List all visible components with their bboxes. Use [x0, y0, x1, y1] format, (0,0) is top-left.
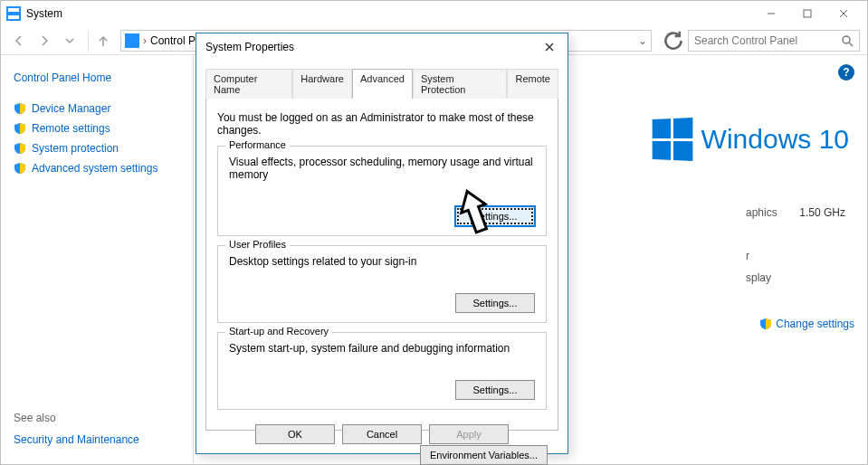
system-specs: aphics 1.50 GHz r splay — [746, 202, 845, 289]
sidebar-item-label: Advanced system settings — [32, 162, 157, 175]
environment-variables-button[interactable]: Environment Variables... — [420, 445, 548, 465]
ok-button[interactable]: OK — [255, 424, 335, 444]
windows-10-brand: Windows 10 — [651, 119, 849, 160]
performance-settings-button[interactable]: Settings... — [455, 206, 535, 226]
window-title: System — [26, 7, 62, 20]
sidebar-advanced-system-settings[interactable]: Advanced system settings — [14, 162, 180, 175]
minimize-button[interactable] — [753, 3, 789, 24]
admin-required-text: You must be logged on as an Administrato… — [217, 111, 547, 137]
shield-icon — [14, 122, 26, 135]
spec-display-label: splay — [746, 267, 796, 289]
sidebar-system-protection[interactable]: System protection — [14, 142, 180, 155]
apply-button[interactable]: Apply — [429, 424, 509, 444]
svg-rect-1 — [804, 10, 811, 17]
startup-legend: Start-up and Recovery — [225, 326, 332, 337]
sidebar-remote-settings[interactable]: Remote settings — [14, 122, 180, 135]
windows-logo-icon — [652, 118, 692, 161]
user-profiles-desc: Desktop settings related to your sign-in — [229, 255, 535, 268]
close-button[interactable] — [825, 3, 862, 24]
see-also-heading: See also — [14, 412, 56, 424]
forward-button[interactable] — [33, 30, 55, 52]
system-properties-dialog: System Properties Computer Name Hardware… — [196, 33, 568, 454]
control-panel-home-link[interactable]: Control Panel Home — [14, 71, 180, 84]
cancel-button[interactable]: Cancel — [342, 424, 422, 444]
tab-remote[interactable]: Remote — [507, 69, 558, 99]
sidebar-item-label: Device Manager — [32, 102, 110, 115]
tab-system-protection[interactable]: System Protection — [413, 69, 508, 99]
chevron-right-icon: › — [143, 34, 147, 47]
shield-icon — [14, 162, 26, 175]
svg-line-6 — [849, 43, 853, 46]
performance-legend: Performance — [225, 139, 290, 150]
system-icon — [6, 6, 21, 21]
sidebar-device-manager[interactable]: Device Manager — [14, 102, 180, 115]
change-settings-label: Change settings — [776, 318, 854, 330]
tab-hardware[interactable]: Hardware — [292, 69, 352, 99]
tab-advanced[interactable]: Advanced — [352, 69, 413, 99]
search-input[interactable]: Search Control Panel — [688, 30, 860, 52]
shield-icon — [14, 102, 26, 115]
maximize-button[interactable] — [789, 3, 825, 24]
windows-10-label: Windows 10 — [701, 124, 849, 155]
tab-computer-name[interactable]: Computer Name — [205, 69, 292, 99]
up-button[interactable] — [88, 30, 110, 52]
startup-recovery-group: Start-up and Recovery System start-up, s… — [217, 332, 547, 410]
user-profiles-legend: User Profiles — [225, 239, 290, 250]
search-placeholder: Search Control Panel — [694, 34, 797, 47]
startup-desc: System start-up, system failure and debu… — [229, 342, 535, 355]
dialog-close-button[interactable] — [540, 38, 558, 56]
refresh-button[interactable] — [663, 30, 684, 52]
user-profiles-settings-button[interactable]: Settings... — [455, 293, 535, 313]
spec-graphics-label: aphics — [746, 202, 796, 223]
dialog-titlebar: System Properties — [196, 33, 568, 61]
change-settings-link[interactable]: Change settings — [759, 318, 854, 330]
chevron-down-icon[interactable]: ⌄ — [638, 34, 647, 47]
window-buttons — [753, 3, 862, 24]
spec-processor-label: r — [746, 245, 796, 267]
tab-panel-advanced: You must be logged on as an Administrato… — [205, 98, 558, 431]
recent-dropdown[interactable] — [59, 30, 81, 52]
search-icon — [841, 34, 854, 47]
titlebar: System — [1, 1, 867, 26]
sidebar: Control Panel Home Device Manager Remote… — [1, 55, 193, 464]
dialog-title: System Properties — [205, 41, 540, 53]
svg-point-5 — [843, 36, 850, 43]
user-profiles-group: User Profiles Desktop settings related t… — [217, 245, 547, 323]
dialog-button-row: OK Cancel Apply — [196, 424, 568, 444]
performance-desc: Visual effects, processor scheduling, me… — [229, 156, 535, 181]
performance-group: Performance Visual effects, processor sc… — [217, 146, 547, 236]
sidebar-item-label: System protection — [32, 142, 119, 155]
shield-icon — [759, 318, 772, 330]
shield-icon — [14, 142, 26, 155]
security-maintenance-link[interactable]: Security and Maintenance — [14, 433, 139, 446]
breadcrumb-icon — [125, 33, 139, 48]
help-icon[interactable]: ? — [838, 64, 854, 81]
back-button[interactable] — [8, 30, 30, 52]
sidebar-item-label: Remote settings — [32, 122, 110, 135]
dialog-tabs: Computer Name Hardware Advanced System P… — [196, 61, 568, 98]
startup-settings-button[interactable]: Settings... — [455, 380, 535, 400]
spec-graphics-value: 1.50 GHz — [799, 206, 845, 219]
